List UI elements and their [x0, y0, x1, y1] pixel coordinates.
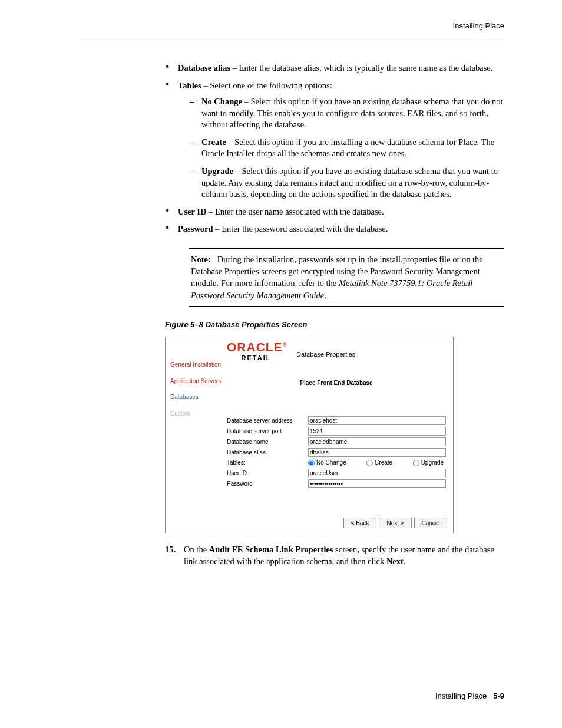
input-address[interactable] — [308, 416, 446, 425]
row-tables: Tables: No Change Create Upgrade — [227, 459, 446, 467]
radio-create-input[interactable] — [366, 460, 373, 466]
bullet-text: – Select one of the following options: — [201, 81, 332, 90]
label-port: Database server port — [227, 427, 308, 436]
input-dbname[interactable] — [308, 437, 446, 446]
label-tables: Tables: — [227, 459, 308, 467]
figure-caption: Figure 5–8 Database Properties Screen — [165, 319, 504, 330]
bullet-label: Tables — [178, 81, 201, 90]
radio-upgrade-input[interactable] — [413, 460, 419, 466]
sub-text: – Select this option if you are installi… — [201, 137, 494, 159]
footer-text: Installing Place — [435, 691, 487, 700]
step-post: . — [404, 556, 406, 566]
wizard-title: Database Properties — [296, 350, 355, 359]
input-port[interactable] — [308, 427, 446, 436]
oracle-logo: ORACLE® — [227, 340, 286, 354]
sub-label: No Change — [201, 97, 242, 106]
bullet-db-alias: Database alias – Enter the database alia… — [178, 62, 504, 74]
step-b2: Next — [386, 556, 404, 566]
wizard-subtitle: Place Front End Database — [227, 379, 446, 387]
row-dbname: Database name — [227, 437, 446, 446]
row-userid: User ID — [227, 469, 446, 477]
sidebar-item-databases[interactable]: Databases — [170, 393, 223, 401]
radio-label: No Change — [316, 459, 346, 467]
body-content: Database alias – Enter the database alia… — [165, 62, 504, 568]
sidebar-item-custom: Custom — [170, 410, 223, 418]
bullet-label: Database alias — [178, 63, 230, 73]
sub-upgrade: Upgrade – Select this option if you have… — [201, 166, 504, 200]
row-address: Database server address — [227, 416, 446, 425]
sub-text: – Select this option if you have an exis… — [201, 97, 503, 129]
radio-label: Create — [375, 459, 392, 467]
wizard-sidebar: General Installation Application Servers… — [166, 337, 226, 533]
sub-text: – Select this option if you have an exis… — [201, 166, 498, 199]
bullet-label: Password — [178, 224, 213, 233]
bullet-tables: Tables – Select one of the following opt… — [178, 80, 504, 200]
radio-no-change[interactable]: No Change — [308, 459, 346, 467]
row-port: Database server port — [227, 427, 446, 436]
row-alias: Database alias — [227, 448, 446, 457]
step-b1: Audit FE Schema Link Properties — [209, 545, 333, 554]
label-address: Database server address — [227, 417, 308, 425]
step-number: 15. — [165, 544, 176, 556]
bullet-label: User ID — [178, 207, 206, 216]
cancel-button[interactable]: Cancel — [414, 518, 447, 528]
bullet-password: Password – Enter the password associated… — [178, 223, 504, 235]
sidebar-item-general[interactable]: General Installation — [170, 361, 223, 369]
retail-label: RETAIL — [227, 354, 286, 363]
input-alias[interactable] — [308, 448, 446, 457]
bullet-text: – Enter the user name associated with th… — [206, 207, 384, 216]
radio-upgrade[interactable]: Upgrade — [413, 459, 444, 467]
next-button[interactable]: Next > — [379, 518, 412, 528]
running-head: Installing Place — [82, 21, 504, 30]
sub-create: Create – Select this option if you are i… — [201, 137, 504, 160]
row-password: Password — [227, 479, 446, 488]
sub-no-change: No Change – Select this option if you ha… — [201, 96, 504, 131]
logo-text: ORACLE — [227, 340, 283, 354]
step-15: 15. On the Audit FE Schema Link Properti… — [165, 544, 504, 567]
label-password: Password — [227, 480, 308, 488]
wizard-screenshot: General Installation Application Servers… — [165, 337, 454, 533]
bullet-user-id: User ID – Enter the user name associated… — [178, 206, 504, 218]
radio-no-change-input[interactable] — [308, 460, 315, 466]
radio-label: Upgrade — [421, 459, 444, 467]
label-alias: Database alias — [227, 449, 308, 457]
note-box: Note: During the installation, passwords… — [189, 248, 504, 307]
logo-reg: ® — [283, 342, 287, 348]
input-password[interactable] — [308, 479, 446, 488]
sidebar-item-appservers[interactable]: Application Servers — [170, 377, 223, 386]
wizard-main: ORACLE® RETAIL Database Properties Place… — [226, 337, 453, 533]
footer-page: 5-9 — [493, 691, 504, 700]
label-userid: User ID — [227, 469, 308, 477]
sub-label: Upgrade — [201, 166, 233, 176]
header-rule — [82, 41, 504, 41]
radio-create[interactable]: Create — [366, 459, 392, 467]
back-button[interactable]: < Back — [343, 518, 376, 528]
radio-group-tables: No Change Create Upgrade — [308, 459, 446, 467]
label-dbname: Database name — [227, 438, 308, 446]
bullet-text: – Enter the database alias, which is typ… — [230, 63, 492, 73]
input-userid[interactable] — [308, 469, 446, 477]
step-pre: On the — [184, 545, 209, 554]
note-body-post: . — [324, 291, 326, 300]
note-label: Note: — [191, 255, 211, 264]
sub-label: Create — [201, 137, 226, 147]
page-footer: Installing Place 5-9 — [82, 691, 504, 700]
bullet-text: – Enter the password associated with the… — [213, 224, 388, 233]
wizard-buttons: < Back Next > Cancel — [343, 518, 447, 528]
